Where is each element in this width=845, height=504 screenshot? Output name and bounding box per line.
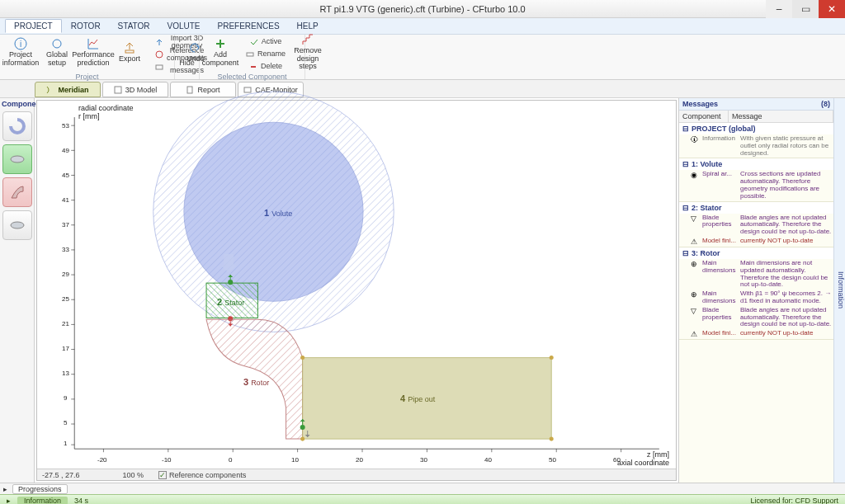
msg-txt: Blade angles are not updated automatical…	[740, 307, 832, 328]
active-toggle[interactable]: Active	[244, 36, 287, 48]
xtick: 0	[229, 456, 232, 464]
stator-label: 2Stator	[217, 297, 244, 307]
messages-panel: Messages(8) ComponentMessage ⊟PROJECT (g…	[678, 98, 845, 483]
refcomp-checkbox[interactable]	[158, 471, 167, 479]
gear-icon	[50, 37, 64, 50]
xtick: -20	[97, 456, 107, 464]
volute-icon	[8, 117, 26, 135]
rotor-label: 3Rotor	[243, 377, 269, 387]
status-info-label: Information	[17, 497, 68, 505]
status-bar: ▸ Information 34 s Licensed for: CFD Sup…	[0, 494, 845, 504]
msg-group-rotor[interactable]: ⊟3: Rotor	[679, 247, 833, 259]
tab-3dmodel-label: 3D Model	[125, 86, 158, 94]
delete-button[interactable]: Delete	[244, 61, 287, 73]
expand-icon[interactable]: ▸	[7, 497, 11, 505]
meridian-plot	[37, 101, 676, 475]
ytick: 5	[64, 419, 67, 426]
msg-group-title: 2: Stator	[692, 204, 722, 212]
meridian-icon	[46, 86, 54, 94]
svg-rect-7	[115, 87, 121, 93]
info-icon: 🛈	[691, 135, 699, 157]
remove-steps-label: Remove design steps	[292, 47, 323, 70]
msg-group-project[interactable]: ⊟PROJECT (global)	[679, 123, 833, 134]
xtick: 20	[356, 456, 363, 464]
rename-button[interactable]: Rename	[244, 49, 287, 60]
menu-preferences[interactable]: PREFERENCES	[210, 20, 288, 32]
stairs-icon	[301, 33, 314, 46]
performance-button[interactable]: Performance prediction	[78, 36, 109, 68]
warn-icon: ⚠	[691, 238, 699, 246]
active-label: Active	[262, 38, 282, 45]
menu-project[interactable]: PROJECT	[5, 19, 62, 33]
tab-report[interactable]: Report	[170, 82, 236, 97]
progressions-tab[interactable]: Progressions	[12, 484, 68, 494]
add-component-button[interactable]: Add component	[205, 36, 236, 68]
close-button[interactable]: ✕	[819, 0, 845, 18]
collapse-icon: ⊟	[682, 125, 689, 133]
collapse-icon: ⊟	[682, 249, 689, 257]
ytick: 37	[62, 221, 69, 228]
menu-stator[interactable]: STATOR	[110, 20, 158, 32]
msg-group-volute[interactable]: ⊟1: Volute	[679, 158, 833, 170]
svg-rect-3	[125, 50, 134, 53]
maximize-button[interactable]: ▭	[792, 0, 819, 18]
collapse-icon: ⊟	[682, 160, 689, 168]
menu-rotor[interactable]: ROTOR	[63, 20, 109, 32]
license-label: Licensed for: CFD Support	[750, 497, 838, 505]
meridian-canvas[interactable]: radial coordinate r [mm] z [mm] axial co…	[36, 100, 677, 481]
msg-group-title: 3: Rotor	[692, 249, 720, 257]
msg-txt: currently NOT up-to-date	[740, 330, 832, 338]
svg-point-26	[300, 437, 304, 441]
remove-steps-button[interactable]: Remove design steps	[292, 36, 323, 68]
components-sidebar: Components	[0, 98, 35, 483]
ytick: 49	[62, 147, 69, 154]
msg-lab: Information	[702, 135, 737, 157]
rotor-icon	[8, 183, 26, 201]
svg-point-27	[300, 425, 305, 430]
menu-help[interactable]: HELP	[289, 20, 327, 32]
component-volute[interactable]	[2, 111, 32, 141]
view-tab-strip: Meridian 3D Model Report CAE-Monitor	[0, 80, 845, 98]
msg-group-stator[interactable]: ⊟2: Stator	[679, 202, 833, 214]
dimension-icon: ⊕	[691, 260, 699, 289]
export-icon	[123, 41, 136, 54]
msg-txt: Blade angles are not updated automatical…	[740, 214, 832, 236]
blade-icon: ▽	[691, 214, 699, 236]
expand-icon[interactable]: ▸	[3, 485, 7, 493]
svg-point-24	[550, 356, 554, 360]
msg-lab: Blade properties	[702, 214, 737, 236]
x-axis-label: axial coordinate	[617, 459, 669, 467]
component-pipe[interactable]	[2, 210, 32, 240]
warn-icon: ⚠	[691, 330, 699, 338]
y-axis-unit: r [mm]	[78, 112, 100, 120]
pipe-text: Pipe out	[408, 395, 435, 403]
ytick: 1	[64, 440, 67, 447]
refcomp-label: Reference components	[169, 471, 246, 479]
xtick: 60	[613, 456, 621, 464]
msg-txt: With β1 = 90° ψ becomes 2. → d1 fixed in…	[740, 290, 832, 305]
zoom-value: 100 %	[123, 471, 144, 479]
tab-3dmodel[interactable]: 3D Model	[102, 82, 168, 97]
ytick: 53	[62, 122, 69, 130]
doc-icon	[186, 86, 194, 94]
ytick: 29	[62, 271, 69, 278]
svg-rect-28	[224, 254, 234, 266]
volute-text: Volute	[271, 210, 292, 218]
msg-txt: Main dimensions are not updated automati…	[740, 260, 832, 289]
xtick: 30	[420, 456, 427, 464]
menu-volute[interactable]: VOLUTE	[159, 20, 209, 32]
stator-icon	[8, 150, 26, 168]
component-rotor[interactable]	[2, 177, 32, 207]
global-setup-button[interactable]: Global setup	[41, 36, 73, 68]
performance-label: Performance prediction	[72, 51, 115, 67]
ribbon: iProject information Global setup Perfor…	[0, 35, 845, 80]
export-button[interactable]: Export	[114, 36, 145, 68]
tab-meridian[interactable]: Meridian	[35, 82, 101, 97]
minimize-button[interactable]: –	[766, 0, 792, 18]
xtick: 40	[484, 456, 492, 464]
messages-body[interactable]: ⊟PROJECT (global) 🛈InformationWith given…	[679, 123, 833, 483]
information-side-tab[interactable]: Information	[833, 98, 845, 483]
component-stator[interactable]	[2, 144, 32, 174]
project-info-button[interactable]: iProject information	[5, 36, 36, 68]
status-info-value: 34 s	[74, 497, 88, 505]
